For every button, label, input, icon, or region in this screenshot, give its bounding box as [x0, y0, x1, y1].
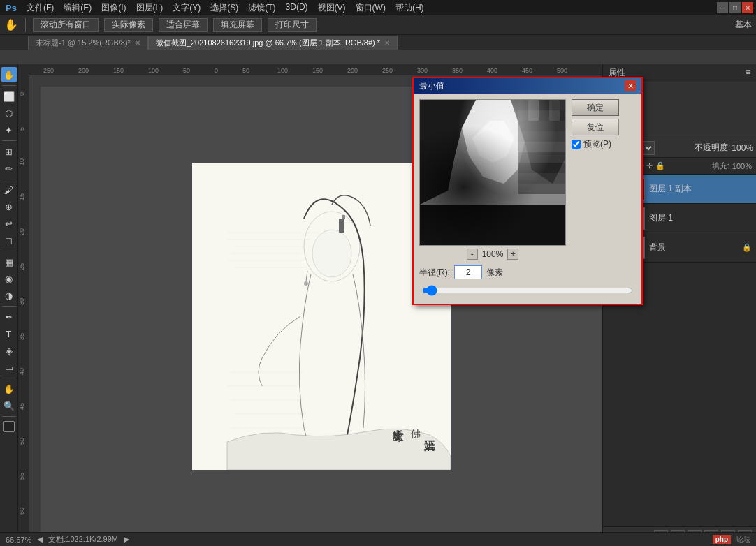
svg-rect-76 [518, 152, 566, 163]
svg-marker-59 [462, 100, 525, 184]
svg-rect-58 [420, 100, 566, 246]
preview-label: 预览(P) [583, 138, 611, 150]
dialog-close-button[interactable]: ✕ [625, 80, 636, 91]
svg-rect-68 [560, 100, 566, 110]
svg-rect-75 [518, 142, 566, 152]
svg-rect-72 [549, 110, 560, 121]
radius-slider[interactable] [422, 285, 633, 296]
svg-marker-62 [511, 100, 566, 184]
dialog-buttons: 确定 复位 预览(P) [572, 99, 619, 260]
dialog-title-bar: 最小值 ✕ [414, 78, 641, 94]
radius-input[interactable] [454, 265, 482, 279]
radius-unit: 像素 [486, 267, 503, 279]
svg-rect-64 [518, 100, 528, 110]
reset-button[interactable]: 复位 [572, 119, 619, 135]
svg-rect-69 [518, 110, 528, 121]
zoom-level-display: 100% [482, 249, 504, 259]
preview-checkbox-row: 预览(P) [572, 138, 619, 150]
svg-rect-71 [539, 110, 549, 121]
radius-row: 半径(R): 像素 [419, 265, 636, 279]
zoom-in-button[interactable]: + [507, 249, 518, 260]
dialog-title-text: 最小值 [419, 80, 444, 92]
svg-rect-79 [518, 184, 566, 194]
ok-button[interactable]: 确定 [572, 99, 619, 116]
zoom-out-button[interactable]: - [467, 249, 478, 260]
minimum-value-dialog: 最小值 ✕ [412, 77, 643, 305]
svg-rect-63 [420, 205, 566, 246]
svg-rect-70 [528, 110, 539, 121]
filter-preview-area [419, 99, 566, 246]
svg-rect-65 [528, 100, 539, 110]
svg-rect-78 [518, 173, 566, 184]
svg-rect-66 [539, 100, 549, 110]
preview-checkbox[interactable] [572, 140, 581, 149]
svg-rect-67 [549, 100, 560, 110]
svg-rect-73 [518, 121, 566, 131]
svg-marker-60 [472, 121, 514, 163]
preview-zoom-controls: - 100% + [419, 249, 566, 260]
svg-rect-74 [518, 131, 566, 142]
radius-label: 半径(R): [419, 267, 450, 279]
dialog-body: - 100% + 确定 复位 预览(P) 半径(R): 像素 [414, 94, 641, 304]
preview-image [420, 100, 565, 245]
svg-rect-77 [518, 163, 566, 173]
svg-marker-61 [420, 100, 476, 205]
